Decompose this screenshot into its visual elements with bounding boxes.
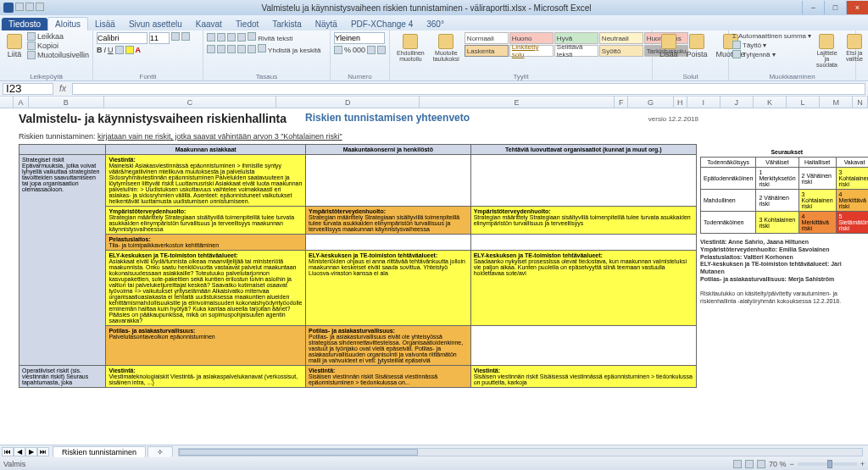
- h-scrollbar[interactable]: [178, 448, 863, 456]
- fill-color-icon[interactable]: [125, 46, 134, 54]
- align-top-icon[interactable]: [207, 33, 215, 41]
- wrap-button[interactable]: Rivitä teksti: [248, 32, 292, 42]
- select-all-corner[interactable]: [0, 97, 14, 108]
- zoom-out-button[interactable]: −: [789, 460, 793, 468]
- indent-dec-icon[interactable]: [237, 45, 246, 53]
- zoom-in-button[interactable]: +: [860, 460, 865, 468]
- col-G[interactable]: G: [628, 97, 673, 108]
- col-J[interactable]: J: [721, 97, 754, 108]
- col-K[interactable]: K: [754, 97, 787, 108]
- copy-button[interactable]: Kopioi: [27, 41, 89, 50]
- inc-dec-icon[interactable]: [367, 46, 376, 54]
- zoom-thumb[interactable]: [827, 460, 832, 468]
- tab-home[interactable]: Aloitus: [47, 17, 88, 30]
- fill-button[interactable]: Täyttö ▾: [732, 41, 811, 49]
- name-box[interactable]: [3, 83, 53, 95]
- sheet-body[interactable]: Valmistelu- ja käynnistysvaiheen riskien…: [0, 108, 868, 388]
- style-linked[interactable]: Linkitetty solu: [509, 45, 554, 57]
- align-mid-icon[interactable]: [217, 33, 225, 41]
- align-center-icon[interactable]: [217, 45, 225, 53]
- formula-input[interactable]: [72, 83, 865, 95]
- percent-icon[interactable]: %: [344, 46, 351, 54]
- view-layout-icon[interactable]: [745, 460, 754, 468]
- new-sheet-button[interactable]: ✧: [147, 446, 173, 457]
- col-M[interactable]: M: [820, 97, 853, 108]
- shrink-font-icon[interactable]: [181, 32, 190, 41]
- format-painter-button[interactable]: Muotoilusivellin: [27, 51, 89, 59]
- col-F[interactable]: F: [615, 97, 628, 108]
- clear-button[interactable]: Tyhjennä ▾: [732, 50, 811, 58]
- view-break-icon[interactable]: [757, 460, 765, 468]
- paste-button[interactable]: Liitä: [3, 32, 25, 60]
- align-left-icon[interactable]: [207, 45, 215, 53]
- format-table-button[interactable]: Muotoile taulukoksi: [430, 32, 463, 64]
- merge-button[interactable]: Yhdistä ja keskitä: [258, 44, 320, 54]
- dec-dec-icon[interactable]: [377, 46, 386, 54]
- font-name[interactable]: [97, 32, 147, 44]
- redo-icon[interactable]: [36, 3, 44, 11]
- undo-icon[interactable]: [25, 3, 34, 11]
- number-format[interactable]: [334, 32, 385, 44]
- italic-button[interactable]: I: [104, 46, 107, 54]
- find-select-button[interactable]: Etsi ja valitse: [843, 32, 866, 64]
- style-input[interactable]: Syöttö: [599, 45, 643, 57]
- insert-cells-button[interactable]: Lisää: [656, 32, 682, 60]
- tab-layout[interactable]: Sivun asettelu: [122, 18, 189, 30]
- col-N[interactable]: N: [853, 97, 868, 108]
- cut-button[interactable]: Leikkaa: [27, 32, 89, 41]
- tab-first-icon[interactable]: ⏮: [2, 447, 14, 456]
- col-B[interactable]: B: [29, 97, 104, 108]
- align-right-icon[interactable]: [227, 45, 236, 53]
- col-A[interactable]: A: [14, 97, 29, 108]
- delete-cells-button[interactable]: Poista: [683, 32, 711, 60]
- maximize-button[interactable]: □: [824, 1, 846, 14]
- bold-button[interactable]: B: [97, 46, 103, 54]
- tab-file[interactable]: Tiedosto: [2, 18, 47, 30]
- border-icon[interactable]: [115, 46, 124, 54]
- zoom-slider[interactable]: [798, 462, 857, 466]
- tab-last-icon[interactable]: ⏭: [37, 447, 49, 456]
- h-scroll-thumb[interactable]: [179, 449, 418, 456]
- style-normal[interactable]: Normaali: [465, 32, 509, 44]
- font-color-icon[interactable]: A: [136, 46, 142, 54]
- tab-prev-icon[interactable]: ◀: [14, 447, 25, 456]
- underline-button[interactable]: U: [108, 46, 114, 54]
- orientation-icon[interactable]: [237, 33, 246, 41]
- align-bot-icon[interactable]: [227, 33, 236, 41]
- sheet-tab-1[interactable]: Riskien tunnistaminen: [53, 446, 146, 457]
- currency-icon[interactable]: [334, 46, 342, 54]
- save-icon[interactable]: [15, 3, 24, 11]
- tab-insert[interactable]: Lisää: [88, 18, 122, 30]
- minimize-button[interactable]: −: [802, 1, 824, 14]
- font-size[interactable]: [149, 32, 170, 44]
- tab-pdfx[interactable]: PDF-XChange 4: [344, 18, 420, 30]
- tab-review[interactable]: Tarkista: [265, 18, 308, 30]
- indent-inc-icon[interactable]: [248, 45, 256, 53]
- tab-data[interactable]: Tiedot: [229, 18, 265, 30]
- autosum-button[interactable]: Σ Automaattinen summa ▾: [732, 32, 811, 40]
- fx-icon[interactable]: fx: [56, 84, 70, 93]
- sort-filter-button[interactable]: Lajittele ja suodata: [813, 32, 841, 69]
- style-good[interactable]: Hyvä: [554, 32, 598, 44]
- cond-format-button[interactable]: Ehdollinen muotoilu: [393, 32, 428, 64]
- tab-formulas[interactable]: Kaavat: [189, 18, 229, 30]
- risk-table[interactable]: Maakunnan asiakkaat Maakuntakonserni ja …: [19, 144, 697, 388]
- grow-font-icon[interactable]: [171, 32, 180, 41]
- col-I[interactable]: I: [687, 97, 721, 108]
- style-calc[interactable]: Laskenta: [465, 45, 509, 57]
- view-normal-icon[interactable]: [733, 460, 742, 468]
- tab-view[interactable]: Näytä: [309, 18, 344, 30]
- col-C[interactable]: C: [104, 97, 277, 108]
- style-neutral[interactable]: Neutraali: [599, 32, 643, 44]
- tab-addin[interactable]: 360°: [420, 18, 451, 30]
- comma-icon[interactable]: 000: [353, 46, 365, 54]
- tab-next-icon[interactable]: ▶: [25, 447, 37, 456]
- col-D[interactable]: D: [276, 97, 419, 108]
- col-H[interactable]: H: [674, 97, 687, 108]
- style-bad[interactable]: Huono: [509, 32, 554, 44]
- col-L[interactable]: L: [787, 97, 820, 108]
- close-button[interactable]: ×: [846, 1, 868, 14]
- col-E[interactable]: E: [420, 97, 615, 108]
- zoom-level[interactable]: 70 %: [769, 460, 787, 468]
- style-explain[interactable]: Selittävä teksti: [554, 45, 598, 57]
